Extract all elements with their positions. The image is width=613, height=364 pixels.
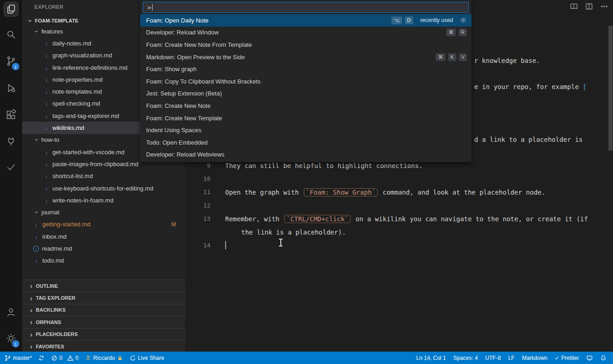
panel-placeholders[interactable]: › PLACEHOLDERS [22, 328, 185, 340]
file-label: write-notes-in-foam.md [52, 197, 114, 204]
editor-line-12[interactable]: 12 [185, 199, 225, 212]
markdown-file-icon: ↓ [43, 100, 50, 107]
search-icon[interactable] [4, 27, 18, 42]
palette-item-open-preview-side[interactable]: Markdown: Open Preview to the Side ⌘ K V [140, 51, 471, 63]
markdown-file-icon: ↓ [43, 40, 50, 47]
chevron-down-icon: › [34, 210, 40, 215]
line-number: 13 [185, 215, 210, 222]
editor-text-fragment[interactable]: d a link to a placeholder is [474, 133, 583, 146]
tree-item-readme[interactable]: i readme.md [22, 242, 185, 254]
palette-item-create-new-note[interactable]: Foam: Create New Note [140, 100, 471, 112]
text-cursor [225, 241, 226, 249]
palette-item-create-new-template[interactable]: Foam: Create New Template [140, 112, 471, 124]
markdown-file-icon: ↓ [43, 64, 50, 71]
editor-line-11[interactable]: 11 Open the graph with `Foam: Show Graph… [185, 185, 545, 199]
panel-label: FAVORITES [36, 344, 64, 349]
palette-item-show-graph[interactable]: Foam: Show graph [140, 63, 471, 75]
file-label: note-properties.md [52, 76, 102, 83]
markdown-file-icon: ↓ [43, 197, 50, 204]
remote-plug-icon[interactable] [4, 134, 18, 149]
sync-icon[interactable] [38, 355, 45, 361]
folder-label: how-to [41, 136, 59, 143]
palette-item-open-daily-note[interactable]: Foam: Open Daily Note ⌥ D recently used [140, 14, 471, 27]
command-input[interactable]: > [143, 2, 469, 13]
editor-line-13-wrap[interactable]: the link is a placeholder). [185, 225, 346, 239]
palette-item-copy-without-brackets[interactable]: Foam: Copy To Clipboard Without Brackets [140, 75, 471, 88]
testing-check-icon[interactable] [4, 160, 18, 174]
panel-outline[interactable]: › OUTLINE [22, 280, 185, 291]
chevron-down-icon: › [34, 28, 40, 34]
extensions-icon[interactable] [4, 107, 18, 122]
more-actions-icon[interactable] [600, 2, 608, 12]
chevron-right-icon: › [28, 319, 34, 325]
notifications-bell-icon[interactable] [600, 355, 607, 361]
editor-scrollbar[interactable] [608, 26, 613, 151]
palette-item-jest-setup[interactable]: Jest: Setup Extension (Beta) [140, 88, 471, 100]
chevron-right-icon: › [28, 282, 34, 289]
palette-item-todo-open-embedded[interactable]: Todo: Open Embedded [140, 136, 471, 149]
file-label: note-templates.md [52, 88, 102, 95]
tree-item-getting-started[interactable]: ↓ getting-started.md M [22, 218, 185, 230]
encoding-item[interactable]: UTF-8 [485, 355, 501, 361]
open-preview-icon[interactable] [570, 2, 578, 12]
editor-text-fragment[interactable]: r knowledge base. [474, 54, 540, 67]
account-icon[interactable] [4, 305, 18, 319]
tree-item-write-notes-in-foam[interactable]: ↓ write-notes-in-foam.md [22, 194, 185, 206]
keybinding-chip: ⌥ [392, 17, 402, 24]
tree-item-inbox[interactable]: ↓ inbox.md [22, 230, 185, 242]
editor-line-14[interactable]: 14 [185, 239, 225, 252]
split-editor-icon[interactable] [585, 2, 593, 12]
palette-item-reload-window[interactable]: Developer: Reload Window ⌘ R [140, 27, 471, 39]
file-label: wikilinks.md [52, 124, 84, 131]
git-branch-item[interactable]: master* [5, 355, 32, 361]
branch-icon [5, 355, 11, 361]
markdown-file-icon: ↓ [43, 173, 50, 179]
markdown-file-icon: ↓ [43, 112, 50, 119]
problems-item[interactable]: 0 0 [51, 355, 78, 361]
tree-item-use-keyboard-shortcuts[interactable]: ↓ use-keyboard-shortcuts-for-editing.md [22, 182, 185, 194]
folder-label: features [41, 28, 63, 35]
file-label: tags-and-tag-explorer.md [52, 112, 119, 119]
recently-used-label: recently used [420, 17, 453, 23]
eol-item[interactable]: LF [508, 355, 515, 361]
status-bar: master* 0 0 Riccardo Live Share Ln [0, 352, 613, 364]
formatter-item[interactable]: ✓ Prettier [555, 355, 579, 361]
configure-keybinding-gear-icon[interactable] [460, 17, 467, 24]
editor-line-13[interactable]: 13 Remember, with `CTRL/CMD+click` on a … [185, 212, 588, 225]
cursor-position-item[interactable]: Ln 14, Col 1 [416, 355, 446, 361]
check-icon: ✓ [555, 355, 559, 361]
palette-item-reload-webviews[interactable]: Developer: Reload Webviews [140, 149, 471, 161]
keybinding-chip: R [459, 28, 467, 36]
live-share-item[interactable]: Live Share [130, 355, 164, 361]
live-share-user-item[interactable]: Riccardo [85, 355, 123, 361]
file-label: inbox.md [42, 233, 67, 240]
chevron-right-icon: › [28, 343, 34, 350]
indentation-item[interactable]: Spaces: 4 [454, 355, 478, 361]
markdown-file-icon: ↓ [43, 52, 50, 59]
user-icon [85, 355, 91, 361]
run-debug-icon[interactable] [4, 81, 18, 95]
palette-item-indent-using-spaces[interactable]: Indent Using Spaces [140, 124, 471, 136]
palette-item-create-note-from-template[interactable]: Foam: Create New Note From Template [140, 39, 471, 51]
remote-window-icon[interactable] [586, 355, 593, 361]
editor-text-fragment[interactable]: e in your repo, for example [ [474, 80, 586, 93]
file-label: use-keyboard-shortcuts-for-editing.md [52, 185, 153, 192]
tree-item-journal[interactable]: › journal [22, 206, 185, 218]
language-mode-item[interactable]: Markdown [522, 355, 547, 361]
root-label: FOAM-TEMPLATE [35, 18, 79, 23]
panel-label: OUTLINE [36, 283, 58, 289]
panel-tag-explorer[interactable]: › TAG EXPLORER [22, 291, 185, 303]
activity-bar: 1 1 [0, 0, 22, 352]
folder-label: journal [41, 209, 59, 216]
file-label: paste-images-from-clipboard.md [52, 161, 138, 168]
panel-orphans[interactable]: › ORPHANS [22, 316, 185, 328]
markdown-file-icon: ↓ [33, 257, 40, 264]
tree-item-todo[interactable]: ↓ todo.md [22, 255, 185, 267]
panel-label: ORPHANS [36, 319, 61, 325]
editor-line-10[interactable]: 10 [185, 172, 225, 185]
explorer-icon[interactable] [4, 2, 18, 17]
inline-code: `Foam: Show Graph` [304, 188, 378, 196]
panel-backlinks[interactable]: › BACKLINKS [22, 304, 185, 316]
panel-favorites[interactable]: › FAVORITES [22, 340, 185, 352]
tree-item-shortcut-list[interactable]: ↓ shortcut-list.md [22, 170, 185, 182]
